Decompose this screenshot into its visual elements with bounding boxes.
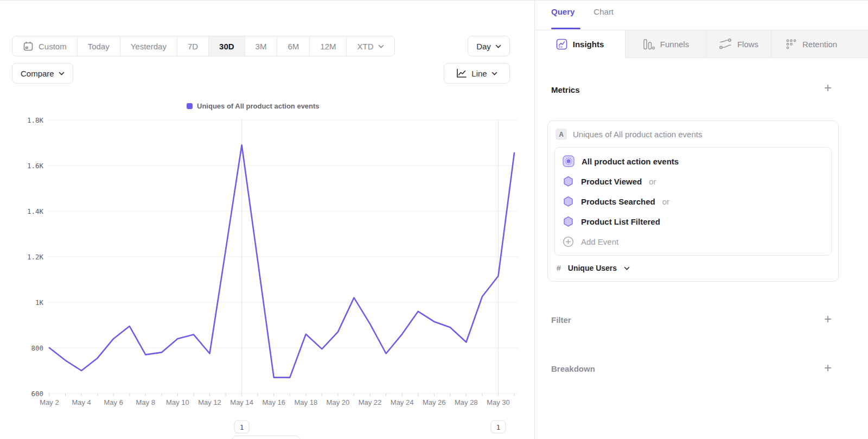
event-row-products-searched[interactable]: Products Searched or xyxy=(555,192,831,212)
x-axis-label: May 18 xyxy=(295,398,318,406)
range-12m[interactable]: 12M xyxy=(310,36,347,56)
x-axis-label: May 26 xyxy=(423,398,446,406)
tab-insights[interactable]: Insights xyxy=(535,30,626,58)
active-tab-underline xyxy=(551,28,580,29)
chevron-down-icon xyxy=(624,266,630,270)
annotation-popup-partial xyxy=(232,436,300,439)
report-type-tabs: Insights Funnels Flows xyxy=(535,30,868,58)
circle-plus-icon xyxy=(563,236,574,247)
event-label: Product Viewed xyxy=(581,177,642,186)
range-7d[interactable]: 7D xyxy=(177,36,209,56)
annotation-badge-count: 1 xyxy=(240,423,244,431)
event-row-product-viewed[interactable]: Product Viewed or xyxy=(555,171,831,192)
funnels-icon xyxy=(643,39,655,50)
event-label: Products Searched xyxy=(581,197,655,206)
y-axis-label: 600 xyxy=(31,390,43,398)
event-row-product-list-filtered[interactable]: Product List Filtered xyxy=(555,212,831,232)
chart-type-label: Line xyxy=(471,69,487,78)
line-chart-icon xyxy=(456,68,467,78)
range-6m[interactable]: 6M xyxy=(277,36,310,56)
metric-card: A Uniques of All product action events A… xyxy=(547,120,839,282)
y-axis-label: 1K xyxy=(35,298,44,307)
range-label: Today xyxy=(88,42,110,51)
add-event-label: Add Event xyxy=(581,237,618,246)
hexagon-event-icon xyxy=(563,216,574,227)
range-today[interactable]: Today xyxy=(78,36,120,56)
range-yesterday[interactable]: Yesterday xyxy=(120,36,177,56)
x-axis-label: May 2 xyxy=(40,398,59,406)
add-event-button[interactable]: Add Event xyxy=(555,232,831,252)
range-label: 7D xyxy=(188,42,198,51)
range-30d[interactable]: 30D xyxy=(209,36,245,56)
compare-dropdown[interactable]: Compare xyxy=(12,63,73,84)
range-label: XTD xyxy=(357,42,373,51)
chart-panel: Custom Today Yesterday 7D 30D 3M 6M 12M … xyxy=(0,0,534,439)
event-row-all-product-action-events[interactable]: All product action events xyxy=(555,151,831,171)
tab-retention[interactable]: Retention xyxy=(771,30,868,58)
event-operator: or xyxy=(662,197,669,206)
events-group: All product action events Product Viewed… xyxy=(554,147,832,256)
range-xtd[interactable]: XTD xyxy=(347,36,394,56)
chart-type-dropdown[interactable]: Line xyxy=(444,63,510,84)
chevron-down-icon xyxy=(59,72,65,75)
chevron-down-icon xyxy=(378,44,384,48)
granularity-label: Day xyxy=(476,42,491,51)
metric-card-header[interactable]: A Uniques of All product action events xyxy=(556,129,831,140)
hash-icon: # xyxy=(557,264,561,272)
filter-heading: Filter xyxy=(551,315,571,325)
tab-query[interactable]: Query xyxy=(551,7,575,16)
annotation-badge-count: 1 xyxy=(496,423,501,431)
metrics-heading: Metrics xyxy=(551,85,580,94)
date-range-control: Custom Today Yesterday 7D 30D 3M 6M 12M … xyxy=(12,36,395,56)
range-label: Yesterday xyxy=(131,42,167,51)
x-axis-label: May 20 xyxy=(327,398,350,406)
x-axis-label: May 22 xyxy=(359,398,382,406)
tab-label: Funnels xyxy=(660,40,689,49)
metric-badge: A xyxy=(556,129,567,140)
x-axis-label: May 16 xyxy=(262,398,285,406)
chevron-down-icon xyxy=(492,72,497,75)
measurement-dropdown[interactable]: # Unique Users xyxy=(557,264,831,272)
flows-icon xyxy=(719,39,732,49)
range-3m[interactable]: 3M xyxy=(245,36,278,56)
range-label: 6M xyxy=(288,42,299,51)
top-divider xyxy=(0,0,868,1)
tab-flows[interactable]: Flows xyxy=(707,30,771,58)
add-breakdown-button[interactable]: + xyxy=(821,361,834,374)
granularity-dropdown[interactable]: Day xyxy=(468,36,510,56)
x-axis-label: May 28 xyxy=(455,398,478,406)
y-axis-label: 1.2K xyxy=(27,253,44,261)
range-label: 3M xyxy=(256,42,267,51)
hexagon-event-icon xyxy=(563,196,574,207)
y-axis-label: 1.6K xyxy=(27,162,44,170)
insights-icon xyxy=(556,39,567,50)
x-axis-label: May 6 xyxy=(104,398,123,406)
tab-label: Retention xyxy=(802,40,837,49)
compare-label: Compare xyxy=(21,69,54,78)
range-label: 30D xyxy=(219,42,234,51)
retention-icon xyxy=(786,39,797,50)
tab-chart[interactable]: Chart xyxy=(593,7,614,16)
y-axis-label: 1.8K xyxy=(27,116,44,124)
tab-funnels[interactable]: Funnels xyxy=(626,30,707,58)
add-metric-button[interactable]: + xyxy=(821,81,834,94)
custom-event-icon xyxy=(563,155,575,167)
y-axis-label: 1.4K xyxy=(27,207,44,215)
measurement-label: Unique Users xyxy=(568,264,617,272)
x-axis-label: May 4 xyxy=(72,398,91,406)
chart-series-line xyxy=(49,145,514,377)
x-axis-label: May 10 xyxy=(166,398,189,406)
chevron-down-icon xyxy=(495,44,501,48)
range-custom[interactable]: Custom xyxy=(12,36,78,56)
metric-title: Uniques of All product action events xyxy=(573,130,702,139)
event-operator: or xyxy=(649,177,656,186)
line-chart[interactable]: 6008001K1.2K1.4K1.6K1.8KMay 2May 4May 6M… xyxy=(0,98,534,439)
tab-label: Flows xyxy=(737,40,758,49)
query-panel: Query Chart Insights Funne xyxy=(534,0,868,439)
breakdown-heading: Breakdown xyxy=(551,364,595,373)
panel-tabs: Query Chart xyxy=(551,7,614,16)
add-filter-button[interactable]: + xyxy=(821,313,834,326)
range-label: Custom xyxy=(39,42,67,51)
x-axis-label: May 12 xyxy=(198,398,221,406)
event-label: Product List Filtered xyxy=(581,217,660,226)
